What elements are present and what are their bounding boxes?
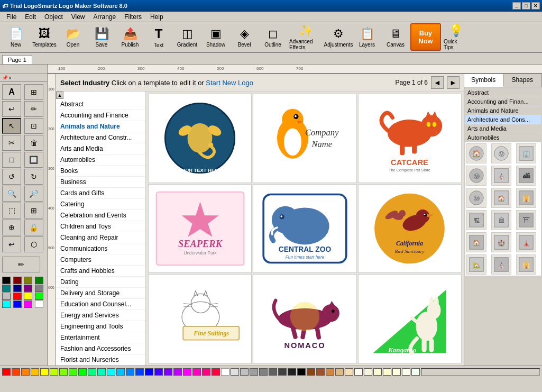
color-purple[interactable] [173, 368, 182, 376]
shadow-button[interactable]: ▣ Shadow [202, 23, 229, 51]
undo-tool[interactable]: ↩ [2, 101, 21, 117]
industry-item-celebration[interactable]: Celebration and Events [56, 210, 145, 221]
sym-item-17[interactable]: ⛪ [491, 254, 511, 275]
industry-item-children[interactable]: Children and Toys [56, 221, 145, 232]
industry-item-animals[interactable]: Animals and Nature [56, 121, 145, 132]
color-dark-gray[interactable] [259, 368, 268, 376]
next-page-button[interactable]: ► [447, 76, 460, 89]
swatch-maroon[interactable] [13, 277, 22, 284]
swatch-magenta[interactable] [24, 300, 32, 308]
sym-item-3[interactable]: 🏢 [516, 143, 536, 163]
color-sienna[interactable] [316, 368, 325, 376]
color-gray[interactable] [250, 368, 258, 376]
color-silver[interactable] [240, 368, 249, 376]
lock-tool[interactable]: 🔒 [24, 220, 43, 235]
close-button[interactable]: ✕ [531, 2, 540, 10]
undo2-tool[interactable]: ↺ [2, 169, 21, 185]
color-lime[interactable] [78, 368, 87, 376]
industry-item-computers[interactable]: Computers [56, 254, 145, 266]
template-nomaco[interactable]: NOMACO [253, 274, 356, 363]
sym-item-16[interactable]: 🏡 [466, 254, 486, 275]
crop-tool[interactable]: ⬚ [2, 203, 21, 218]
menu-help[interactable]: Help [146, 12, 168, 22]
swatch-red[interactable] [13, 293, 22, 300]
sym-cat-architecture[interactable]: Architecture and Cons... [465, 115, 541, 124]
maximize-button[interactable]: □ [522, 2, 530, 10]
redo-tool[interactable]: ↻ [24, 169, 43, 185]
industry-item-accounting[interactable]: Accounting and Finance [56, 110, 145, 121]
sym-item-6[interactable]: 🏙 [516, 166, 536, 186]
industry-item-arts[interactable]: Arts and Media [56, 143, 145, 154]
industry-item-abstract[interactable]: Abstract [56, 99, 145, 110]
advanced-effects-button[interactable]: ✨ Advanced Effects [288, 23, 324, 51]
sym-cat-automobiles[interactable]: Automobiles [465, 133, 541, 142]
sym-item-1[interactable]: 🏠 [466, 143, 486, 163]
color-orange[interactable] [21, 368, 30, 376]
sym-item-9[interactable]: 🕌 [516, 188, 536, 208]
industry-item-fashion[interactable]: Fashion and Accessories [56, 343, 145, 354]
template-seaperk[interactable]: SEAPERK Underwater Park [148, 184, 252, 274]
industry-item-delivery[interactable]: Delivery and Storage [56, 288, 145, 299]
color-rose[interactable] [212, 368, 220, 376]
menu-view[interactable]: View [67, 12, 89, 22]
color-amber[interactable] [31, 368, 39, 376]
buy-now-button[interactable]: BuyNow [410, 23, 441, 51]
color-honeydew[interactable] [411, 368, 420, 376]
industry-scroll-up[interactable]: ▲ [56, 92, 63, 99]
swatch-gray[interactable] [35, 285, 43, 292]
industry-item-dating[interactable]: Dating [56, 277, 145, 288]
color-green-yellow[interactable] [59, 368, 68, 376]
industry-item-cleaning[interactable]: Cleaning and Repair [56, 232, 145, 243]
sym-cat-accounting[interactable]: Accounting and Finan... [465, 97, 541, 106]
color-input[interactable] [421, 368, 540, 376]
color-hot-pink[interactable] [192, 368, 201, 376]
prev-page-button[interactable]: ◄ [431, 76, 444, 89]
publish-button[interactable]: 📤 Publish [116, 23, 144, 51]
color-dim-gray[interactable] [269, 368, 277, 376]
sym-item-2[interactable]: Ⓜ [491, 143, 511, 163]
swatch-purple[interactable] [24, 285, 32, 292]
industry-item-crafts[interactable]: Crafts and Hobbies [56, 266, 145, 277]
color-lemon-chiffon[interactable] [383, 368, 391, 376]
cut-tool[interactable]: ✂ [2, 135, 21, 151]
swatch-navy[interactable] [13, 285, 22, 292]
transform-tool[interactable]: ⊡ [24, 118, 43, 134]
sym-item-11[interactable]: 🏛 [491, 210, 511, 230]
color-near-black[interactable] [288, 368, 296, 376]
template-catcare[interactable]: CATCARE The Complete Pet Store [358, 94, 462, 183]
industry-item-entertainment[interactable]: Entertainment [56, 332, 145, 343]
color-pure-blue[interactable] [145, 368, 153, 376]
rect-tool[interactable]: □ [2, 152, 21, 168]
swatch-blue[interactable] [13, 300, 22, 308]
industry-item-energy[interactable]: Energy and Services [56, 310, 145, 321]
import-tool[interactable]: ⊞ [24, 84, 43, 100]
back-tool[interactable]: ↩ [2, 236, 21, 252]
color-ivory[interactable] [402, 368, 410, 376]
industry-item-education[interactable]: Education and Counsel... [56, 299, 145, 310]
color-deep-sky[interactable] [116, 368, 125, 376]
gradient-button[interactable]: ◫ Gradient [173, 23, 201, 51]
sym-item-8[interactable]: 🏠 [491, 188, 511, 208]
sym-cat-arts[interactable]: Arts and Media [465, 124, 541, 133]
sym-item-10[interactable]: 🏗 [466, 210, 486, 230]
panel-close[interactable]: 📌 x [0, 74, 47, 82]
color-light-gray[interactable] [231, 368, 239, 376]
new-button[interactable]: 📄 New [2, 23, 30, 51]
draw-tool[interactable]: ✏ [24, 101, 43, 117]
swatch-yellow[interactable] [24, 293, 32, 300]
industry-item-books[interactable]: Books [56, 166, 145, 177]
text-button[interactable]: T Text [145, 23, 172, 51]
outline-button[interactable]: ◻ Outline [259, 23, 287, 51]
text-tool[interactable]: A [2, 84, 21, 100]
minimize-button[interactable]: _ [512, 2, 521, 10]
swatch-green[interactable] [35, 277, 43, 284]
tab-symbols[interactable]: Symbols [464, 74, 503, 87]
color-deep-pink[interactable] [202, 368, 210, 376]
template-centralzoo[interactable]: CENTRAL ZOO Fun times start here [253, 184, 356, 274]
industry-item-architecture[interactable]: Architecture and Constr... [56, 132, 145, 143]
swatch-cyan[interactable] [2, 300, 11, 308]
industry-item-automobiles[interactable]: Automobiles [56, 154, 145, 166]
color-floral-white[interactable] [354, 368, 363, 376]
industry-item-florist[interactable]: Florist and Nurseries [56, 354, 145, 366]
color-spring-green[interactable] [88, 368, 96, 376]
